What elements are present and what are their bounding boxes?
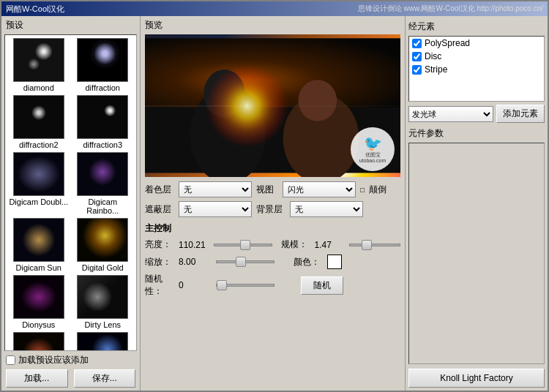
- main-window: 网酷W-Cool汉化 思锋设计倒论 www.网酷W-Cool汉化 http://…: [0, 0, 549, 392]
- emit-row: 发光球 添加元素: [408, 105, 545, 123]
- preset-bottom: 加载预设应该添加 加载... 保存...: [1, 351, 140, 391]
- color-picker[interactable]: [327, 255, 342, 269]
- watermark-bird-icon: 🐦: [364, 135, 382, 152]
- add-element-button[interactable]: 添加元素: [496, 105, 545, 123]
- element-stripe: Stripe: [409, 63, 544, 76]
- preset-thumb-digicam-r: [77, 152, 128, 196]
- element-polyspread: PolySpread: [409, 37, 544, 50]
- watermark: 🐦 优图宝utobao.com: [351, 127, 395, 171]
- preset-thumb-dirty: [77, 275, 128, 319]
- svg-point-5: [298, 80, 337, 121]
- disc-checkbox[interactable]: [412, 52, 422, 61]
- watermark-header: 思锋设计倒论 www.网酷W-Cool汉化 http://photo.poco.…: [358, 4, 543, 14]
- preview-area: 🐦 优图宝utobao.com: [145, 34, 400, 177]
- preset-name-digicam-r: Digicam Rainbo...: [72, 197, 134, 215]
- title-bar: 网酷W-Cool汉化 思锋设计倒论 www.网酷W-Cool汉化 http://…: [1, 1, 548, 16]
- stripe-checkbox[interactable]: [412, 65, 422, 75]
- preset-thumb-distant: [77, 332, 128, 351]
- random-button[interactable]: 随机: [301, 276, 343, 295]
- preset-item-dionysus[interactable]: Dionysus: [8, 275, 70, 329]
- brightness-value: 110.21: [179, 240, 209, 250]
- emit-select[interactable]: 发光球: [408, 106, 493, 122]
- color-layer-label: 着色层: [145, 184, 174, 196]
- flip-icon: □: [360, 186, 365, 194]
- preset-item-distant[interactable]: Distant: [72, 332, 134, 351]
- color-layer-row: 着色层 无 视图 闪光 □ 颠倒: [145, 181, 400, 197]
- brightness-slider[interactable]: [214, 244, 272, 246]
- load-button[interactable]: 加载...: [6, 369, 68, 388]
- polyspread-checkbox[interactable]: [412, 39, 422, 48]
- preset-item-diamond[interactable]: diamond: [8, 38, 70, 92]
- preset-item-diffraction3[interactable]: diffraction3: [72, 95, 134, 149]
- preset-item-diffraction[interactable]: diffraction: [72, 38, 134, 92]
- view-label: 视图: [256, 184, 278, 196]
- random-row: 随机性： 0 随机: [145, 273, 400, 298]
- preset-name-diffraction: diffraction: [86, 83, 121, 92]
- add-preset-checkbox[interactable]: [6, 355, 15, 365]
- preset-grid: diamond diffraction diffraction2 diffrac…: [4, 34, 137, 351]
- add-preset-label: 加载预设应该添加: [18, 354, 89, 366]
- right-panel: 经元素 PolySpread Disc Stripe 发光球: [405, 16, 548, 391]
- preset-thumb-diff2: [13, 95, 64, 139]
- bg-layer-label: 背景层: [256, 203, 285, 216]
- preset-name-digicam-d: Digicam Doubl...: [9, 197, 68, 206]
- stripe-label: Stripe: [425, 64, 447, 75]
- scale-label: 规模：: [281, 238, 310, 251]
- preset-thumb-diff3: [77, 95, 128, 139]
- disc-label: Disc: [425, 51, 441, 61]
- controls-area: 着色层 无 视图 闪光 □ 颠倒 遮蔽层 无: [141, 177, 405, 302]
- save-button[interactable]: 保存...: [74, 369, 136, 388]
- scale-slider[interactable]: [349, 244, 400, 246]
- master-control-label: 主控制: [145, 222, 400, 235]
- params-label: 元件参数: [408, 127, 545, 140]
- zoom-label: 缩放：: [145, 256, 174, 268]
- params-area: [408, 143, 545, 364]
- preview-label: 预览: [141, 16, 405, 34]
- preset-thumb-digital-g: [77, 218, 128, 262]
- view-select[interactable]: 闪光: [283, 181, 356, 197]
- preset-item-diffraction2[interactable]: diffraction2: [8, 95, 70, 149]
- preset-item-digicam-s[interactable]: Digicam Sun: [8, 218, 70, 272]
- preset-buttons: 加载... 保存...: [6, 369, 135, 388]
- preset-thumb-diamond: [13, 38, 64, 82]
- zoom-slider[interactable]: [216, 260, 274, 263]
- presets-label: 预设: [1, 16, 140, 34]
- bg-layer-select[interactable]: 无: [290, 201, 363, 217]
- preset-item-digicam-r[interactable]: Digicam Rainbo...: [72, 152, 134, 215]
- zoom-value: 8.00: [179, 257, 212, 267]
- scale-value: 1.47: [315, 240, 346, 250]
- preset-item-discovery[interactable]: Discovery: [8, 332, 70, 351]
- add-preset-row: 加载预设应该添加: [6, 354, 135, 366]
- preset-name-dionysus: Dionysus: [22, 320, 55, 329]
- preset-name-diff2: diffraction2: [19, 140, 59, 149]
- middle-panel: 预览: [141, 16, 405, 391]
- mask-layer-select[interactable]: 无: [179, 201, 252, 217]
- preset-name-dirty: Dirty Lens: [84, 320, 121, 329]
- mask-layer-row: 遮蔽层 无 背景层 无: [145, 201, 400, 217]
- elements-label: 经元素: [408, 19, 545, 36]
- preset-name-diff3: diffraction3: [83, 140, 122, 149]
- preset-name-diamond: diamond: [23, 83, 54, 92]
- preset-thumb-discovery: [13, 332, 64, 351]
- preset-item-digicam-d[interactable]: Digicam Doubl...: [8, 152, 70, 215]
- preset-thumb-digicam-s: [13, 218, 64, 262]
- main-content: 预设 diamond diffraction diffraction2: [1, 16, 548, 391]
- preset-thumb-diffraction: [77, 38, 128, 82]
- flip-label: 颠倒: [369, 184, 386, 196]
- left-panel: 预设 diamond diffraction diffraction2: [1, 16, 141, 391]
- elements-list: PolySpread Disc Stripe: [408, 36, 545, 102]
- preset-item-digital-g[interactable]: Digital Gold: [72, 218, 134, 272]
- color-layer-select[interactable]: 无: [179, 181, 252, 197]
- color-label: 颜色：: [294, 256, 323, 268]
- zoom-row: 缩放： 8.00 颜色：: [145, 255, 400, 269]
- random-label: 随机性：: [145, 273, 174, 298]
- random-slider[interactable]: [216, 284, 274, 287]
- polyspread-label: PolySpread: [425, 38, 470, 48]
- preset-name-digicam-s: Digicam Sun: [16, 263, 61, 272]
- window-title: 网酷W-Cool汉化: [6, 4, 64, 15]
- preset-item-dirty[interactable]: Dirty Lens: [72, 275, 134, 329]
- preset-thumb-dionysus: [13, 275, 64, 319]
- brightness-row: 亮度： 110.21 规模： 1.47: [145, 238, 400, 251]
- preset-thumb-digicam-d: [13, 152, 64, 196]
- knoll-button[interactable]: Knoll Light Factory: [408, 369, 545, 388]
